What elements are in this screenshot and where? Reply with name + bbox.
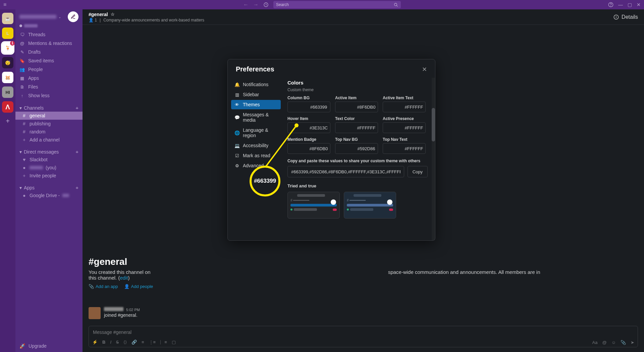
color-input-hover-item[interactable] [287,122,330,133]
sidebar-threads[interactable]: 🗨Threads [15,30,83,39]
close-window-icon[interactable]: ✕ [637,2,641,7]
link-icon[interactable]: 🔗 [131,340,137,345]
strike-icon[interactable]: S̶ [116,340,119,345]
workspace-4[interactable]: 😴 [2,57,13,68]
ol-icon[interactable]: ≡ [142,340,144,345]
composer-input[interactable]: Message #general [89,326,638,338]
edit-link[interactable]: edit [120,275,128,281]
workspace-5[interactable]: 🐹 [2,72,13,83]
mention-icon[interactable]: @ [602,340,607,345]
color-input-top-nav-text[interactable] [383,143,426,154]
sidebar-files[interactable]: 🗎Files [15,82,83,91]
channel-title[interactable]: #general☆ [89,12,204,17]
global-search[interactable]: Search [273,1,401,8]
add-app-link[interactable]: 📎 Add an app [89,284,118,289]
attach-icon[interactable]: 📎 [621,340,626,345]
scrollbar-thumb[interactable] [432,108,435,141]
color-value[interactable] [288,146,330,151]
maximize-icon[interactable]: ▢ [628,2,632,7]
avatar[interactable] [89,307,101,319]
channel-topic[interactable]: Company-wide announcements and work-base… [103,18,204,22]
add-channel-item[interactable]: +Add a channel [15,136,83,144]
channels-section-header[interactable]: ▾Channels + [15,104,83,112]
ul-icon[interactable]: ⋮≡ [149,340,156,345]
compose-button[interactable] [68,11,78,22]
nav-themes[interactable]: 👁Themes [231,100,281,109]
nav-mark-read[interactable]: ☑Mark as read [231,151,281,160]
sidebar-apps[interactable]: ▦Apps [15,74,83,82]
add-people-link[interactable]: 👤 Add people [124,284,153,289]
color-value[interactable] [288,105,330,110]
forward-icon[interactable]: → [253,2,259,8]
star-icon[interactable]: ☆ [111,12,115,17]
nav-sidebar[interactable]: ▥Sidebar [231,90,281,99]
history-icon[interactable] [263,2,269,7]
theme-preset-2[interactable]: # ━━━━━━━━ [344,192,396,219]
scrollbar-track[interactable] [432,78,435,240]
codeblock-icon[interactable]: ▢ [172,340,176,345]
workspace-1[interactable]: ☕ [2,13,13,24]
nav-accessibility[interactable]: 💻Accessibility [231,141,281,150]
italic-icon[interactable]: I [110,340,111,345]
sidebar-saved[interactable]: 🔖Saved items [15,56,83,65]
message-composer[interactable]: Message #general ⚡ B I S̶ ⟨⟩ 🔗 ≡ ⋮≡ ⎸≡ ▢… [89,326,638,347]
close-icon[interactable]: ✕ [422,66,427,73]
quote-icon[interactable]: ⎸≡ [160,340,167,345]
invite-people[interactable]: +Invite people [15,172,83,180]
dm-slackbot[interactable]: ♥Slackbot [15,156,83,164]
menu-icon[interactable]: ≡ [3,2,6,8]
color-value[interactable] [335,125,378,130]
color-value[interactable] [383,146,426,151]
workspace-2[interactable]: L [2,27,13,39]
workspace-7[interactable]: Λ [2,101,13,113]
color-input-column-bg[interactable] [287,102,330,112]
color-value[interactable] [383,105,426,110]
add-app-icon[interactable]: + [75,185,78,190]
color-value[interactable] [335,105,378,110]
color-input-top-nav-bg[interactable] [335,143,378,154]
color-input-active-item-text[interactable] [383,102,426,112]
apps-section-header[interactable]: ▾Apps + [15,184,83,191]
channel-publishing[interactable]: #publishing [15,120,83,128]
theme-preset-1[interactable]: # ━━━━━━━━ [287,192,340,219]
color-input-active-item[interactable] [335,102,378,112]
dm-you[interactable]: ●(you) [15,164,83,172]
send-icon[interactable]: ➤ [631,340,634,345]
color-input-mention-badge[interactable] [287,143,330,154]
channel-random[interactable]: #random [15,128,83,136]
minimize-icon[interactable]: — [618,2,623,7]
bold-icon[interactable]: B [102,340,105,345]
color-input-active-presence[interactable] [383,122,426,133]
dms-section-header[interactable]: ▾Direct messages + [15,148,83,156]
lightning-icon[interactable]: ⚡ [92,340,98,345]
share-theme-input[interactable] [287,166,404,177]
upgrade-link[interactable]: 🚀Upgrade [15,340,83,352]
help-icon[interactable] [608,2,613,7]
back-icon[interactable]: ← [243,2,249,8]
nav-language[interactable]: 🌐Language & region [231,125,281,140]
emoji-icon[interactable]: ☺ [611,340,616,345]
sidebar-people[interactable]: 👥People [15,65,83,74]
copy-button[interactable]: Copy [408,166,428,177]
sidebar-show-less[interactable]: ↑Show less [15,91,83,100]
nav-messages[interactable]: 💬Messages & media [231,110,281,125]
color-value[interactable] [383,125,426,130]
add-channel-icon[interactable]: + [75,105,78,111]
color-value[interactable] [335,146,378,151]
nav-notifications[interactable]: 🔔Notifications [231,80,281,89]
details-button[interactable]: Details [613,14,638,20]
color-input-text-color[interactable] [335,122,378,133]
sidebar-drafts[interactable]: ✎Drafts [15,48,83,56]
workspace-3-active[interactable]: 🍹1 [2,42,13,54]
member-count[interactable]: 👤 1 [89,18,97,22]
app-gdrive[interactable]: ●Google Drive - [15,191,83,199]
add-workspace-icon[interactable]: + [6,117,10,125]
workspace-6[interactable]: HI [2,86,13,98]
color-value[interactable] [288,125,330,130]
sidebar-mentions[interactable]: @Mentions & reactions [15,39,83,48]
font-icon[interactable]: Aa [592,340,598,345]
code-icon[interactable]: ⟨⟩ [123,340,127,345]
channel-general[interactable]: #general [15,112,83,120]
workspace-switcher[interactable]: ⌄ [19,15,61,19]
add-dm-icon[interactable]: + [75,149,78,155]
